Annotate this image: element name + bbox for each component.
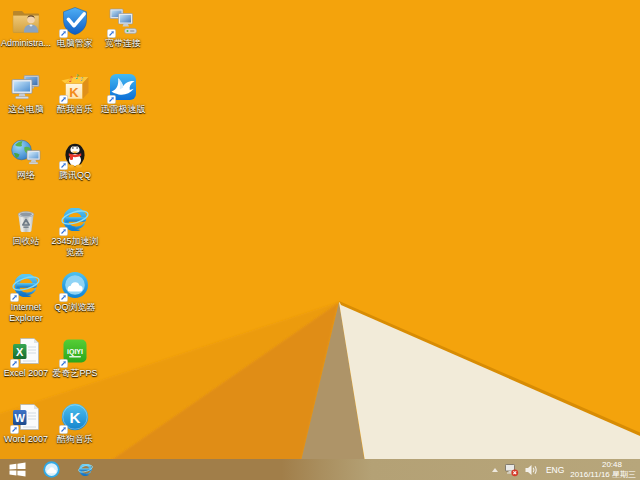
- shortcut-arrow-badge: [107, 95, 116, 104]
- shortcut-arrow-badge: [10, 359, 19, 368]
- desktop-icon-label: Internet Explorer: [9, 302, 43, 323]
- clock-time: 20:48: [570, 460, 636, 470]
- taskbar-apps: [0, 459, 102, 480]
- desktop-icon-label: 网络: [17, 170, 35, 181]
- desktop-icon-qq-browser[interactable]: QQ浏览器: [49, 269, 101, 313]
- desktop: Administra...电脑管家宽带连接这台电脑K♪♪♪酷我音乐迅雷极速版网络…: [0, 0, 640, 480]
- svg-text:K: K: [69, 85, 79, 100]
- taskbar-clock[interactable]: 20:48 2016/11/16 星期三: [570, 460, 640, 479]
- shortcut-arrow-badge: [59, 359, 68, 368]
- pc-manager-icon: [59, 5, 91, 37]
- desktop-icon-label: 腾讯QQ: [59, 170, 91, 181]
- system-tray: ENG 20:48 2016/11/16 星期三: [489, 459, 640, 480]
- ie-icon: [10, 269, 42, 301]
- broadband-icon: [107, 5, 139, 37]
- recycle-bin-icon: [10, 203, 42, 235]
- shortcut-arrow-badge: [59, 29, 68, 38]
- desktop-icon-label: 酷狗音乐: [57, 434, 93, 445]
- user-folder-icon: [10, 5, 42, 37]
- xunlei-icon: [107, 71, 139, 103]
- desktop-icon-label: 迅雷极速版: [101, 104, 146, 115]
- iqiyi-pps-icon: iQIYI: [59, 335, 91, 367]
- excel-2007-icon: X: [10, 335, 42, 367]
- language-indicator[interactable]: ENG: [546, 465, 564, 475]
- svg-text:♪: ♪: [80, 76, 84, 82]
- clock-date: 2016/11/16 星期三: [570, 470, 636, 480]
- desktop-icon-xunlei[interactable]: 迅雷极速版: [97, 71, 149, 115]
- desktop-icon-this-pc[interactable]: 这台电脑: [0, 71, 52, 115]
- desktop-icon-browser-2345[interactable]: 2345加速浏 览器: [49, 203, 101, 257]
- desktop-icons-area: Administra...电脑管家宽带连接这台电脑K♪♪♪酷我音乐迅雷极速版网络…: [0, 0, 640, 459]
- shortcut-arrow-badge: [10, 425, 19, 434]
- desktop-icon-recycle-bin[interactable]: 回收站: [0, 203, 52, 247]
- desktop-icon-label: Administra...: [1, 38, 51, 49]
- svg-text:♪: ♪: [75, 73, 79, 81]
- desktop-icon-label: 爱奇艺PPS: [52, 368, 97, 379]
- desktop-icon-kugou-music[interactable]: K酷狗音乐: [49, 401, 101, 445]
- kugou-music-icon: K: [59, 401, 91, 433]
- desktop-icon-label: 电脑管家: [57, 38, 93, 49]
- svg-text:K: K: [70, 409, 81, 426]
- svg-text:iQIYI: iQIYI: [67, 348, 83, 356]
- taskbar-start-button[interactable]: [0, 459, 34, 480]
- desktop-icon-label: 回收站: [13, 236, 40, 247]
- desktop-icon-label: 这台电脑: [8, 104, 44, 115]
- kuwo-music-icon: K♪♪♪: [59, 71, 91, 103]
- taskbar-internet-explorer-button[interactable]: [68, 459, 102, 480]
- shortcut-arrow-badge: [59, 425, 68, 434]
- desktop-icon-label: Word 2007: [4, 434, 48, 445]
- desktop-icon-qq[interactable]: 腾讯QQ: [49, 137, 101, 181]
- qq-browser-icon: [59, 269, 91, 301]
- desktop-icon-excel-2007[interactable]: XExcel 2007: [0, 335, 52, 379]
- shortcut-arrow-badge: [59, 161, 68, 170]
- network-status-icon[interactable]: [504, 462, 519, 477]
- desktop-icon-pc-manager[interactable]: 电脑管家: [49, 5, 101, 49]
- desktop-icon-label: 宽带连接: [105, 38, 141, 49]
- desktop-icon-ie[interactable]: Internet Explorer: [0, 269, 52, 323]
- svg-text:♪: ♪: [69, 75, 74, 84]
- this-pc-icon: [10, 71, 42, 103]
- taskbar-qq-browser-button[interactable]: [34, 459, 68, 480]
- svg-text:X: X: [16, 346, 24, 358]
- shortcut-arrow-badge: [59, 227, 68, 236]
- desktop-icon-word-2007[interactable]: WWord 2007: [0, 401, 52, 445]
- desktop-icon-iqiyi-pps[interactable]: iQIYI爱奇艺PPS: [49, 335, 101, 379]
- qq-icon: [59, 137, 91, 169]
- browser-2345-icon: [59, 203, 91, 235]
- desktop-icon-label: Excel 2007: [4, 368, 49, 379]
- chevron-up-icon: [491, 466, 499, 474]
- network-icon: [10, 137, 42, 169]
- desktop-icon-label: QQ浏览器: [54, 302, 95, 313]
- desktop-icon-label: 2345加速浏 览器: [51, 236, 98, 257]
- desktop-icon-label: 酷我音乐: [57, 104, 93, 115]
- desktop-icon-user-folder[interactable]: Administra...: [0, 5, 52, 49]
- desktop-icon-kuwo-music[interactable]: K♪♪♪酷我音乐: [49, 71, 101, 115]
- taskbar: ENG 20:48 2016/11/16 星期三: [0, 459, 640, 480]
- shortcut-arrow-badge: [10, 293, 19, 302]
- show-hidden-icons-button[interactable]: [491, 466, 499, 474]
- volume-icon[interactable]: [524, 463, 538, 477]
- desktop-icon-network[interactable]: 网络: [0, 137, 52, 181]
- word-2007-icon: W: [10, 401, 42, 433]
- desktop-icon-broadband[interactable]: 宽带连接: [97, 5, 149, 49]
- shortcut-arrow-badge: [107, 29, 116, 38]
- shortcut-arrow-badge: [59, 95, 68, 104]
- svg-text:W: W: [15, 412, 26, 424]
- shortcut-arrow-badge: [59, 293, 68, 302]
